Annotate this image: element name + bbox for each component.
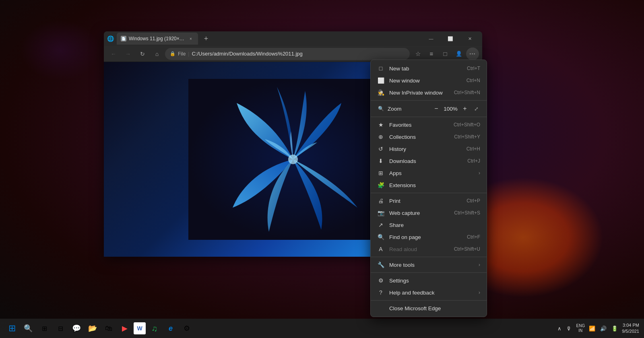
home-button[interactable]: ⌂ xyxy=(151,47,163,60)
youtube-button[interactable]: ▶ xyxy=(118,321,132,336)
tab-title: Windows 11.jpg (1920×1080) xyxy=(129,36,185,41)
win11-bloom xyxy=(188,79,398,240)
clock-time: 3:04 PM xyxy=(622,322,639,328)
tray-mic[interactable]: 🎙 xyxy=(565,324,573,332)
menu-divider xyxy=(371,100,487,101)
teams-button[interactable]: 💬 xyxy=(69,321,84,336)
zoom-percent: 100% xyxy=(444,106,458,112)
menu-label-extensions: Extensions xyxy=(389,182,480,188)
menu-shortcut-favorites: Ctrl+Shift+O xyxy=(454,122,480,128)
new-tab-button[interactable]: + xyxy=(200,33,212,44)
zoom-expand-button[interactable]: ⤢ xyxy=(472,105,480,113)
settings-more-button[interactable]: ··· xyxy=(466,47,479,60)
menu-icon-new-tab: □ xyxy=(377,65,384,72)
menu-icon-help-feedback: ? xyxy=(377,289,384,296)
menu-divider xyxy=(371,257,487,257)
zoom-plus-button[interactable]: + xyxy=(460,104,470,113)
menu-label-collections: Collections xyxy=(389,134,449,140)
menu-item-new-tab[interactable]: □New tabCtrl+T xyxy=(371,62,487,74)
menu-item-share[interactable]: ↗Share xyxy=(371,219,487,231)
menu-item-help-feedback[interactable]: ?Help and feedback› xyxy=(371,286,487,299)
menu-shortcut-history: Ctrl+H xyxy=(466,146,480,152)
tray-battery[interactable]: 🔋 xyxy=(611,324,619,332)
word-button[interactable]: W xyxy=(134,322,146,334)
menu-icon-new-window: ⬜ xyxy=(377,77,384,84)
favorites-button[interactable]: ☆ xyxy=(411,47,424,60)
zoom-control: 🔍 Zoom − 100% + ⤢ xyxy=(371,102,487,115)
menu-divider xyxy=(371,193,487,193)
settings-taskbar-button[interactable]: ⚙ xyxy=(180,321,194,336)
menu-icon-close-edge xyxy=(377,305,384,312)
task-view-button[interactable]: ⊞ xyxy=(37,321,52,336)
file-explorer-button[interactable]: 📂 xyxy=(85,321,100,336)
tray-volume[interactable]: 🔊 xyxy=(599,324,607,332)
menu-item-find-on-page[interactable]: 🔍Find on pageCtrl+F xyxy=(371,231,487,243)
protocol-label: File xyxy=(178,51,186,57)
clock[interactable]: 3:04 PM 9/5/2021 xyxy=(622,322,639,335)
menu-icon-collections: ⊕ xyxy=(377,133,384,140)
system-tray: ∧ 🎙 xyxy=(555,324,573,332)
menu-icon-find-on-page: 🔍 xyxy=(377,233,384,241)
tray-network[interactable]: 📶 xyxy=(588,324,596,332)
search-taskbar-button[interactable]: 🔍 xyxy=(21,321,35,336)
menu-shortcut-new-inprivate: Ctrl+Shift+N xyxy=(454,90,480,95)
menu-item-new-inprivate[interactable]: 🕵New InPrivate windowCtrl+Shift+N xyxy=(371,87,487,99)
tab-close-button[interactable]: × xyxy=(188,35,194,42)
menu-item-print[interactable]: 🖨PrintCtrl+P xyxy=(371,195,487,207)
title-bar: 🌐 📄 Windows 11.jpg (1920×1080) × + — ⬜ ✕ xyxy=(104,31,482,46)
address-bar[interactable]: 🔒 File | C:/Users/admin/Downloads/Window… xyxy=(165,48,410,60)
reload-button[interactable]: ↻ xyxy=(136,47,149,60)
menu-shortcut-read-aloud: Ctrl+Shift+U xyxy=(454,246,480,252)
menu-label-web-capture: Web capture xyxy=(389,210,449,216)
taskbar-right: ∧ 🎙 ENGIN 📶 🔊 🔋 3:04 PM 9/5/2021 xyxy=(555,322,640,335)
menu-item-extensions[interactable]: 🧩Extensions xyxy=(371,179,487,191)
widgets-button[interactable]: ⊟ xyxy=(53,321,68,336)
back-button[interactable]: ← xyxy=(107,47,120,60)
spotify-button[interactable]: ♫ xyxy=(147,321,162,336)
menu-label-more-tools: More tools xyxy=(389,262,474,268)
menu-item-collections[interactable]: ⊕CollectionsCtrl+Shift+Y xyxy=(371,131,487,143)
close-button[interactable]: ✕ xyxy=(460,33,479,44)
menu-item-web-capture[interactable]: 📷Web captureCtrl+Shift+S xyxy=(371,207,487,219)
collections-button[interactable]: □ xyxy=(439,47,452,60)
menu-item-history[interactable]: ↺HistoryCtrl+H xyxy=(371,143,487,155)
menu-item-new-window[interactable]: ⬜New windowCtrl+N xyxy=(371,74,487,87)
menu-shortcut-find-on-page: Ctrl+F xyxy=(467,234,480,240)
minimize-button[interactable]: — xyxy=(422,33,440,44)
menu-item-more-tools[interactable]: 🔧More tools› xyxy=(371,259,487,271)
menu-item-close-edge[interactable]: Close Microsoft Edge xyxy=(371,302,487,314)
menu-shortcut-new-window: Ctrl+N xyxy=(466,78,480,83)
menu-item-settings[interactable]: ⚙Settings xyxy=(371,274,487,286)
menu-item-downloads[interactable]: ⬇DownloadsCtrl+J xyxy=(371,155,487,167)
menu-label-help-feedback: Help and feedback xyxy=(389,290,474,296)
active-tab[interactable]: 📄 Windows 11.jpg (1920×1080) × xyxy=(117,33,198,45)
ms-store-button[interactable]: 🛍 xyxy=(101,321,116,336)
menu-item-apps[interactable]: ⊞Apps› xyxy=(371,167,487,179)
start-button[interactable]: ⊞ xyxy=(5,321,19,336)
forward-button[interactable]: → xyxy=(122,47,134,60)
menu-divider xyxy=(371,300,487,301)
menu-icon-share: ↗ xyxy=(377,221,384,229)
menu-label-history: History xyxy=(389,146,462,152)
svg-point-1 xyxy=(288,155,298,164)
menu-label-close-edge: Close Microsoft Edge xyxy=(389,305,480,311)
menu-icon-print: 🖨 xyxy=(377,197,384,204)
menu-icon-read-aloud: A xyxy=(377,245,384,253)
menu-icon-downloads: ⬇ xyxy=(377,157,384,165)
menu-icon-apps: ⊞ xyxy=(377,169,384,177)
menu-divider xyxy=(371,117,487,117)
menu-item-favorites[interactable]: ★FavoritesCtrl+Shift+O xyxy=(371,119,487,131)
menu-label-downloads: Downloads xyxy=(389,158,462,164)
context-menu: □New tabCtrl+T⬜New windowCtrl+N🕵New InPr… xyxy=(370,60,487,317)
tray-lang[interactable]: ENGIN xyxy=(576,324,585,332)
edge-taskbar-button[interactable]: e xyxy=(163,321,178,336)
zoom-label: Zoom xyxy=(388,106,402,112)
menu-label-new-window: New window xyxy=(389,78,462,84)
menu-icon-web-capture: 📷 xyxy=(377,209,384,216)
menu-icon-new-inprivate: 🕵 xyxy=(377,89,384,96)
maximize-button[interactable]: ⬜ xyxy=(441,33,460,44)
zoom-minus-button[interactable]: − xyxy=(431,104,441,113)
reading-view-button[interactable]: ≡ xyxy=(425,47,438,60)
profile-button[interactable]: 👤 xyxy=(452,47,465,60)
tray-chevron[interactable]: ∧ xyxy=(555,324,564,332)
